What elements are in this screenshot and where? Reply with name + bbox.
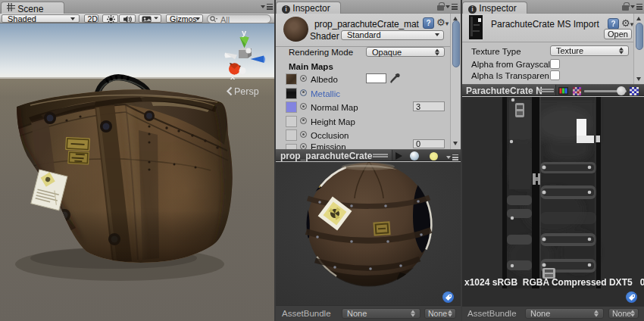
svg-text:y: y xyxy=(242,28,247,37)
svg-text:x: x xyxy=(230,72,236,81)
svg-text:Persp: Persp xyxy=(234,86,259,97)
svg-text:x1024 sRGB RGBA Compressed DX: x1024 sRGB RGBA Compressed DXT5 0.7 xyxy=(464,277,644,288)
